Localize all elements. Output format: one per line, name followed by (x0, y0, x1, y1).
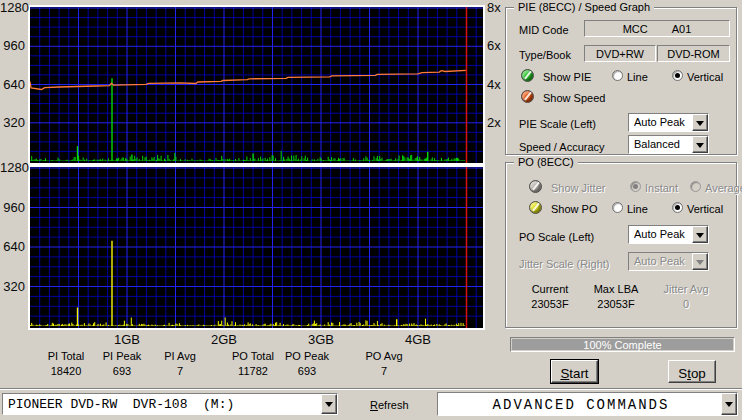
progress-label: 100% Complete (511, 339, 734, 351)
y-axis-tick: 960 (0, 39, 25, 53)
chevron-down-icon (696, 143, 704, 152)
book-type-value: DVD-ROM (667, 48, 720, 60)
chevron-down-icon (696, 260, 704, 269)
scan-progress-bar: 100% Complete (510, 337, 735, 352)
pie-line-radio-label: Line (627, 71, 648, 83)
jitter-instant-radio-label: Instant (645, 182, 678, 194)
speed-axis-tick: 8x (487, 1, 501, 15)
pie-vertical-radio[interactable] (672, 70, 683, 81)
x-axis-tick: 4GB (396, 332, 440, 347)
app-window: { "colors": { "window_bg": "#d4d0c8", "p… (0, 0, 742, 420)
speed-accuracy-dropdown[interactable]: Balanced (628, 135, 709, 154)
y-axis-tick: 1280 (0, 1, 25, 15)
jitter-scale-value: Auto Peak (634, 255, 690, 267)
show-jitter-led-button (529, 180, 542, 193)
y-axis-tick: 640 (0, 78, 25, 92)
po-groupbox: PO (8ECC) Show Jitter Instant Average Sh… (505, 162, 737, 328)
speed-axis-tick: 6x (487, 39, 501, 53)
show-pie-label: Show PIE (543, 71, 591, 83)
show-jitter-label: Show Jitter (551, 182, 605, 194)
disc-type-field: DVD+RW (584, 45, 656, 62)
jitter-instant-radio (630, 181, 641, 192)
x-axis-tick: 2GB (202, 332, 246, 347)
drive-selector-dropdown-button[interactable] (321, 394, 337, 414)
stop-button[interactable]: Stop (668, 360, 716, 383)
current-lba-value: 23053F (524, 298, 576, 310)
refresh-button[interactable]: Refresh (370, 399, 409, 411)
pie-scale-label: PIE Scale (Left) (519, 118, 596, 130)
po-line-radio[interactable] (612, 202, 623, 213)
pie-line-radio[interactable] (612, 70, 623, 81)
mid-code-label: MID Code (519, 24, 569, 36)
x-axis-tick: 3GB (299, 332, 343, 347)
jitter-average-radio-label: Average (705, 182, 742, 194)
pie-scale-dropdown[interactable]: Auto Peak (628, 113, 709, 132)
jitter-scale-dropdown-button (692, 253, 708, 270)
drive-selector-value: PIONEER DVD-RW DVR-108 (M:) (8, 397, 319, 412)
speed-axis-tick: 4x (487, 78, 501, 92)
mid-code-type: A01 (672, 23, 692, 35)
po-groupbox-title: PO (8ECC) (514, 156, 578, 169)
show-speed-led-button[interactable] (521, 90, 534, 103)
divider (0, 388, 742, 390)
po-scale-label: PO Scale (Left) (519, 231, 594, 243)
speed-accuracy-value: Balanced (634, 138, 690, 150)
type-book-label: Type/Book (519, 49, 571, 61)
y-axis-tick: 320 (0, 116, 25, 130)
po-chart-frame (28, 165, 485, 330)
y-axis-tick: 640 (0, 240, 25, 254)
book-type-field: DVD-ROM (657, 45, 730, 62)
po-scale-value: Auto Peak (634, 228, 690, 240)
y-axis-tick: 960 (0, 201, 25, 215)
disc-type-value: DVD+RW (596, 48, 644, 60)
po-vertical-radio[interactable] (672, 202, 683, 213)
po-line-radio-label: Line (627, 203, 648, 215)
max-lba-value: 23053F (590, 298, 642, 310)
stat-po-avg: PO Avg7 (339, 350, 429, 377)
stat-value: 7 (339, 365, 429, 377)
chevron-down-icon (325, 402, 333, 411)
show-po-led-button[interactable] (529, 201, 542, 214)
show-speed-label: Show Speed (543, 92, 605, 104)
start-button[interactable]: Start (551, 360, 598, 383)
chevron-down-icon (696, 233, 704, 242)
mid-code-manufacturer: MCC (623, 23, 648, 35)
stat-label: PO Avg (339, 350, 429, 362)
po-vertical-radio-label: Vertical (687, 203, 723, 215)
mid-code-field: MCC A01 (584, 20, 730, 37)
po-chart (30, 167, 483, 328)
chevron-down-icon (725, 402, 733, 411)
y-axis-tick: 1280 (0, 161, 25, 175)
y-axis-tick: 320 (0, 280, 25, 294)
jitter-avg-label: Jitter Avg (658, 283, 714, 295)
chevron-down-icon (696, 121, 704, 130)
jitter-average-radio (690, 181, 701, 192)
pie-groupbox-title: PIE (8ECC) / Speed Graph (514, 1, 654, 14)
show-pie-led-button[interactable] (521, 69, 534, 82)
advanced-commands-dropdown-button[interactable] (721, 393, 737, 415)
current-lba-label: Current (524, 283, 576, 295)
speed-accuracy-label: Speed / Accuracy (519, 141, 605, 153)
pie-scale-value: Auto Peak (634, 116, 690, 128)
jitter-scale-label: Jitter Scale (Right) (519, 258, 609, 270)
pie-vertical-radio-label: Vertical (687, 71, 723, 83)
speed-axis-tick: 2x (487, 116, 501, 130)
pie-speed-groupbox: PIE (8ECC) / Speed Graph MID Code MCC A0… (505, 7, 737, 155)
po-scale-dropdown-button[interactable] (692, 226, 708, 243)
pie-scale-dropdown-button[interactable] (692, 114, 708, 131)
po-scale-dropdown[interactable]: Auto Peak (628, 225, 709, 244)
drive-selector-dropdown[interactable]: PIONEER DVD-RW DVR-108 (M:) (2, 393, 338, 415)
pie-speed-chart (30, 7, 483, 163)
max-lba-label: Max LBA (590, 283, 642, 295)
x-axis-tick: 1GB (105, 332, 149, 347)
advanced-commands-value: ADVANCED COMMANDS (443, 397, 719, 413)
show-po-label: Show PO (551, 203, 597, 215)
jitter-scale-dropdown: Auto Peak (628, 252, 709, 271)
jitter-avg-value: 0 (658, 298, 714, 310)
pie-speed-chart-frame (28, 5, 485, 165)
speed-accuracy-dropdown-button[interactable] (692, 136, 708, 153)
advanced-commands-dropdown[interactable]: ADVANCED COMMANDS (437, 392, 738, 416)
